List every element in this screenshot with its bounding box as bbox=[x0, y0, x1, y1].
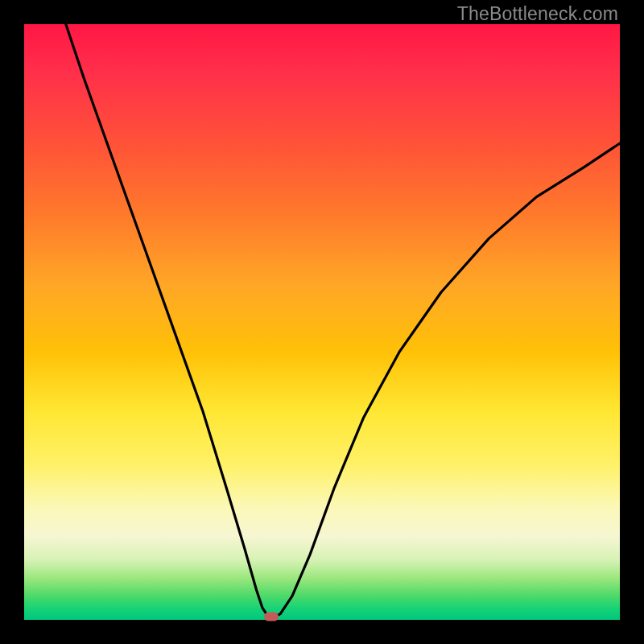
chart-frame: TheBottleneck.com bbox=[0, 0, 644, 644]
watermark-text: TheBottleneck.com bbox=[457, 3, 618, 25]
bottleneck-curve bbox=[24, 24, 620, 620]
plot-area bbox=[24, 24, 620, 620]
minimum-marker bbox=[264, 613, 279, 621]
